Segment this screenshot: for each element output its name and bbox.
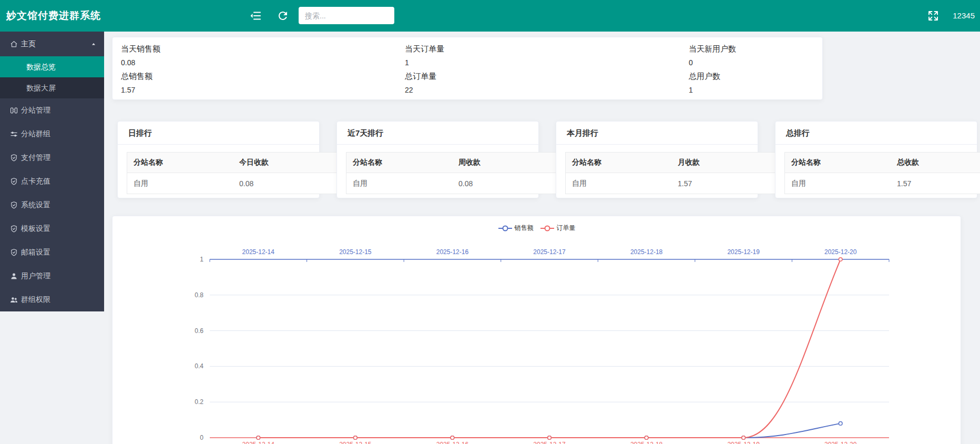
table-row[interactable]: 自用 0.08 bbox=[127, 173, 339, 194]
cell-site-name: 自用 bbox=[127, 173, 233, 194]
sidebar-item-substation-manage[interactable]: 分站管理 bbox=[0, 98, 104, 122]
data-point-1 bbox=[548, 436, 552, 440]
sidebar-item-system-settings[interactable]: 系统设置 bbox=[0, 193, 104, 217]
sliders-icon bbox=[9, 129, 18, 138]
sidebar-item-substation-groups[interactable]: 分站群组 bbox=[0, 122, 104, 146]
table-row[interactable]: 自用 1.57 bbox=[566, 173, 778, 194]
ranking-table: 分站名称 月收款 自用 1.57 bbox=[565, 152, 778, 194]
cell-site-name: 自用 bbox=[566, 173, 672, 194]
stat-label: 当天订单量 bbox=[405, 42, 678, 56]
sidebar-item-data-overview[interactable]: 数据总览 bbox=[0, 56, 104, 77]
y-axis-label: 0.2 bbox=[195, 398, 203, 406]
sidebar-item-group-permissions[interactable]: 群组权限 bbox=[0, 288, 104, 311]
sidebar-item-label: 系统设置 bbox=[21, 200, 50, 209]
line-circle-icon bbox=[540, 225, 555, 232]
dashboard-page: 妙文馆付费进群系统 12345 bbox=[0, 0, 980, 444]
shield-check-icon bbox=[9, 177, 18, 186]
x-axis-bottom-label: 2025-12-19 bbox=[727, 441, 760, 444]
sidebar-item-label: 分站群组 bbox=[21, 129, 50, 138]
data-point-1 bbox=[839, 258, 842, 261]
y-axis-label: 0.4 bbox=[195, 362, 203, 370]
fullscreen-icon[interactable] bbox=[927, 9, 940, 22]
x-axis-top-label: 2025-12-14 bbox=[242, 248, 275, 256]
sidebar-item-home[interactable]: 主页 bbox=[0, 32, 104, 56]
line-circle-icon bbox=[498, 225, 513, 232]
collapse-menu-icon[interactable] bbox=[249, 9, 262, 22]
stat-col-users: 当天新用户数 0 总用户数 1 bbox=[689, 42, 815, 97]
sidebar-item-label: 数据大屏 bbox=[26, 84, 56, 92]
x-axis-top-label: 2025-12-15 bbox=[339, 248, 372, 256]
shield-check-icon bbox=[9, 248, 18, 257]
sidebar-item-email-settings[interactable]: 邮箱设置 bbox=[0, 240, 104, 264]
table-row[interactable]: 自用 0.08 bbox=[346, 173, 558, 194]
shield-check-icon bbox=[9, 153, 18, 162]
x-axis-top-label: 2025-12-17 bbox=[533, 248, 566, 256]
sidebar-item-label: 数据总览 bbox=[26, 63, 56, 71]
col-header-site-name: 分站名称 bbox=[346, 153, 453, 173]
cell-income: 1.57 bbox=[671, 173, 778, 194]
username-text[interactable]: 12345 bbox=[953, 0, 975, 32]
col-header-income: 总收款 bbox=[891, 153, 980, 173]
home-icon bbox=[9, 39, 18, 48]
ranking-card-title: 近7天排行 bbox=[337, 122, 538, 145]
sidebar-item-data-screen[interactable]: 数据大屏 bbox=[0, 77, 104, 98]
ranking-table: 分站名称 总收款 自用 1.57 bbox=[784, 152, 980, 194]
x-axis-bottom-label: 2025-12-17 bbox=[533, 441, 566, 444]
col-header-income: 周收款 bbox=[452, 153, 558, 173]
data-point-1 bbox=[645, 436, 648, 440]
stats-summary-card: 当天销售额 0.08 总销售额 1.57 当天订单量 1 总订单量 22 当天新… bbox=[112, 37, 823, 100]
stat-label: 总订单量 bbox=[405, 69, 678, 83]
refresh-icon[interactable] bbox=[277, 9, 289, 22]
sidebar-item-user-manage[interactable]: 用户管理 bbox=[0, 264, 104, 288]
stat-col-sales: 当天销售额 0.08 总销售额 1.57 bbox=[121, 42, 394, 97]
line-chart-plot[interactable]: 00.20.40.60.812025-12-142025-12-152025-1… bbox=[113, 216, 962, 444]
sidebar-item-label: 模板设置 bbox=[21, 224, 50, 233]
legend-item-orders[interactable]: 订单量 bbox=[540, 224, 576, 233]
stat-label: 当天新用户数 bbox=[689, 42, 815, 56]
x-axis-bottom-label: 2025-12-15 bbox=[339, 441, 372, 444]
columns-icon bbox=[9, 106, 18, 115]
x-axis-top-label: 2025-12-20 bbox=[824, 248, 857, 256]
stat-value: 0 bbox=[689, 56, 815, 69]
col-header-income: 月收款 bbox=[671, 153, 778, 173]
ranking-table: 分站名称 今日收款 自用 0.08 bbox=[127, 152, 339, 194]
cell-site-name: 自用 bbox=[346, 173, 453, 194]
y-axis-label: 1 bbox=[200, 256, 203, 263]
sidebar-item-label: 支付管理 bbox=[21, 153, 50, 162]
y-axis-label: 0.8 bbox=[195, 291, 203, 299]
legend-label: 订单量 bbox=[557, 224, 576, 233]
stat-label: 当天销售额 bbox=[121, 42, 394, 56]
stat-col-orders: 当天订单量 1 总订单量 22 bbox=[405, 42, 678, 97]
cell-site-name: 自用 bbox=[785, 173, 891, 194]
x-axis-bottom-label: 2025-12-16 bbox=[436, 441, 469, 444]
ranking-card-title: 日排行 bbox=[118, 122, 319, 145]
sidebar-item-template-settings[interactable]: 模板设置 bbox=[0, 217, 104, 240]
top-header-bar: 妙文馆付费进群系统 12345 bbox=[0, 0, 980, 32]
ranking-card-month: 本月排行 分站名称 月收款 自用 1.57 bbox=[556, 121, 758, 198]
sidebar-item-payment-manage[interactable]: 支付管理 bbox=[0, 146, 104, 169]
y-axis-label: 0 bbox=[200, 434, 203, 441]
sidebar-item-label: 邮箱设置 bbox=[21, 248, 50, 256]
cell-income: 0.08 bbox=[452, 173, 558, 194]
y-axis-label: 0.6 bbox=[195, 327, 203, 335]
sidebar-item-card-recharge[interactable]: 点卡充值 bbox=[0, 169, 104, 193]
col-header-site-name: 分站名称 bbox=[785, 153, 891, 173]
x-axis-bottom-label: 2025-12-18 bbox=[630, 441, 663, 444]
users-icon bbox=[9, 295, 18, 304]
trend-chart-card: 销售额 订单量 00.20.40.60.812025-12-142025-12-… bbox=[112, 216, 961, 444]
sidebar-item-label: 主页 bbox=[21, 39, 36, 48]
search-input[interactable] bbox=[299, 7, 394, 24]
user-icon bbox=[9, 271, 18, 280]
cell-income: 1.57 bbox=[891, 173, 980, 194]
sidebar-item-label: 点卡充值 bbox=[21, 177, 50, 185]
ranking-card-total: 总排行 分站名称 总收款 自用 1.57 bbox=[775, 121, 977, 198]
legend-item-sales[interactable]: 销售额 bbox=[498, 224, 534, 233]
stat-value: 1 bbox=[689, 83, 815, 97]
table-row[interactable]: 自用 1.57 bbox=[785, 173, 980, 194]
stat-value: 1.57 bbox=[121, 83, 394, 97]
series-line-1 bbox=[258, 259, 840, 438]
stat-value: 1 bbox=[405, 56, 678, 69]
stat-label: 总用户数 bbox=[689, 69, 815, 83]
ranking-card-title: 本月排行 bbox=[556, 122, 758, 145]
data-point-0 bbox=[839, 422, 842, 426]
